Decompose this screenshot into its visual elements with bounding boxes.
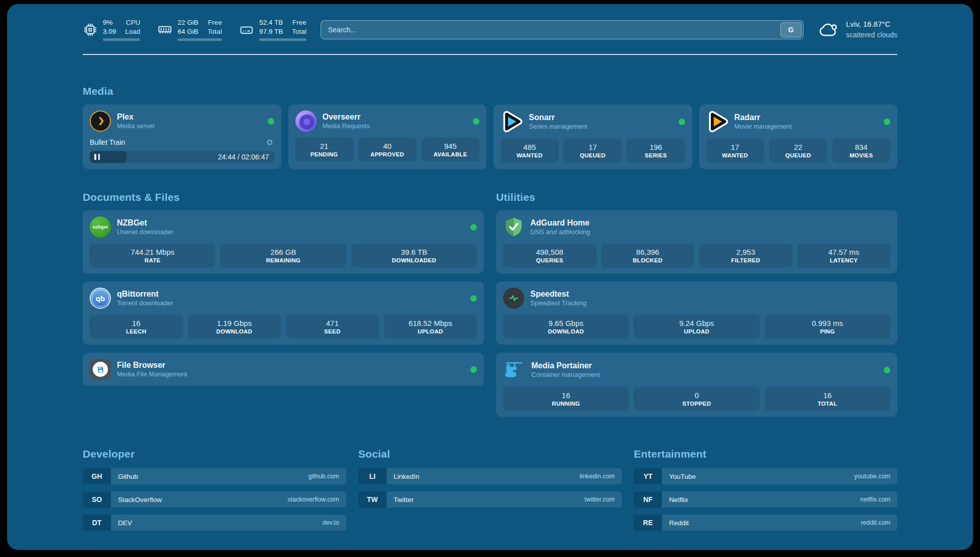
stat-queued: 17 QUEUED [564, 139, 622, 162]
bookmark-github[interactable]: GH Github github.com [83, 468, 346, 484]
portainer-crane-icon [503, 359, 525, 381]
stat-upload: 9.24 Gbps UPLOAD [634, 315, 759, 339]
bookmark-twitter[interactable]: TW Twitter twitter.com [358, 491, 622, 508]
qbittorrent-icon: qb [90, 288, 111, 309]
stat-remaining: 266 GB REMAINING [220, 244, 346, 267]
bookmark-name: DEV [118, 519, 132, 527]
stat-seed: 471 SEED [286, 315, 379, 339]
service-name: Speedtest [530, 289, 586, 299]
stat-series: 196 SERIES [627, 139, 685, 162]
stat-running: 16 RUNNING [503, 387, 629, 411]
cpu-chip-icon [83, 22, 98, 37]
service-name: AdGuard Home [530, 218, 590, 228]
service-subtitle: Series management [529, 123, 587, 131]
cpu-usage-value: 9% [103, 19, 113, 26]
search-input[interactable] [321, 20, 804, 39]
section-title-developer: Developer [83, 448, 346, 460]
cpu-load-label: Load [125, 28, 140, 35]
bookmark-abbr: NF [634, 491, 662, 508]
resource-widgets: 9% 3.09 CPU Load [83, 18, 307, 41]
file-browser-icon [90, 359, 111, 380]
stat-wanted: 17 WANTED [706, 139, 764, 162]
bookmark-abbr: RE [634, 515, 662, 531]
service-subtitle: Torrent downloader [117, 299, 173, 308]
service-card-radarr[interactable]: Radarr Movie management 17 WANTED 22 QUE… [699, 104, 898, 169]
service-card-qbittorrent[interactable]: qb qBittorrent Torrent downloader 16 [83, 282, 484, 345]
status-online-dot [268, 118, 274, 125]
service-name: Radarr [734, 113, 792, 123]
service-subtitle: Media Requests [323, 122, 370, 131]
service-card-overseerr[interactable]: Overseerr Media Requests 21 PENDING 40 A… [288, 104, 487, 169]
service-subtitle: Usenet downloader [117, 228, 173, 237]
adguard-shield-icon [503, 216, 524, 238]
stat-latency: 47.57 ms LATENCY [798, 244, 891, 267]
bookmark-abbr: GH [83, 468, 111, 484]
playback-progress-bar: 24:44 / 02:06:47 [90, 151, 274, 163]
service-card-plex[interactable]: Plex Media server Bullet Train [83, 104, 281, 169]
stat-upload: 618.52 Mbps UPLOAD [384, 315, 477, 339]
stat-downloaded: 39.6 TB DOWNLOADED [351, 244, 477, 267]
disk-widget: 52.4 TB 97.9 TB Free Total [239, 18, 307, 41]
media-grid: Plex Media server Bullet Train [83, 104, 897, 169]
overseerr-icon [295, 110, 317, 132]
service-subtitle: DNS and adblocking [530, 228, 590, 237]
service-subtitle: Container management [531, 371, 600, 379]
service-name: Sonarr [529, 113, 587, 123]
bookmark-abbr: TW [358, 491, 387, 508]
service-name: File Browser [117, 360, 187, 370]
service-name: Plex [117, 112, 155, 122]
section-title-social: Social [358, 448, 622, 460]
playback-time: 24:44 / 02:06:47 [218, 151, 269, 163]
bookmarks-developer: Developer GH Github github.com SO StackO… [83, 448, 346, 538]
bookmark-name: LinkedIn [394, 473, 419, 480]
stat-approved: 40 APPROVED [358, 138, 416, 161]
stat-wanted: 485 WANTED [501, 139, 559, 162]
disk-total-value: 97.9 TB [259, 28, 283, 35]
bookmark-domain: youtube.com [854, 473, 890, 480]
cpu-usage-bar [103, 38, 140, 41]
status-online-dot [473, 118, 479, 125]
bookmark-reddit[interactable]: RE Reddit reddit.com [634, 515, 897, 531]
bookmark-netflix[interactable]: NF Netflix netflix.com [634, 491, 897, 508]
bookmark-name: Netflix [669, 496, 688, 504]
section-title-documents: Documents & Files [83, 191, 484, 203]
service-card-portainer[interactable]: Media Portainer Container management 16 … [496, 353, 897, 417]
bookmarks-entertainment: Entertainment YT YouTube youtube.com NF … [634, 448, 897, 538]
bookmark-stackoverflow[interactable]: SO StackOverflow stackoverflow.com [83, 491, 346, 508]
search-bar: G [321, 20, 804, 39]
service-subtitle: Media File Management [117, 370, 187, 379]
search-provider-button[interactable]: G [780, 22, 802, 37]
bookmark-dev[interactable]: DT DEV dev.to [83, 515, 346, 531]
bookmark-linkedin[interactable]: LI LinkedIn linkedin.com [358, 468, 622, 484]
stat-download: 1.19 Gbps DOWNLOAD [188, 315, 281, 339]
section-title-utilities: Utilities [496, 191, 897, 203]
bookmark-youtube[interactable]: YT YouTube youtube.com [634, 468, 897, 484]
stat-filtered: 2,953 FILTERED [699, 244, 792, 267]
section-title-media: Media [83, 85, 897, 97]
weather-condition: scattered clouds [846, 31, 897, 39]
service-subtitle: Movie management [734, 123, 792, 131]
service-card-filebrowser[interactable]: File Browser Media File Management [83, 353, 484, 386]
bookmark-name: Github [118, 473, 138, 480]
sonarr-icon [501, 110, 523, 133]
status-online-dot [884, 119, 890, 125]
stat-rate: 744.21 Mbps RATE [90, 244, 215, 267]
service-card-speedtest[interactable]: Speedtest Speedtest Tracking 9.65 Gbps D… [496, 282, 897, 345]
section-title-entertainment: Entertainment [634, 448, 897, 460]
bookmark-name: Twitter [394, 496, 414, 504]
nzbget-icon: nzbget [90, 216, 111, 238]
memory-widget: 22 GiB 64 GiB Free Total [157, 18, 222, 41]
disk-usage-bar [259, 38, 307, 41]
memory-total-value: 64 GiB [177, 28, 198, 35]
transcode-gear-icon [265, 138, 274, 147]
weather-widget: Lviv, 16.87°C scattered clouds [818, 19, 897, 41]
service-card-adguard[interactable]: AdGuard Home DNS and adblocking 498,508 … [496, 210, 897, 273]
status-online-dot [470, 224, 477, 231]
service-card-nzbget[interactable]: nzbget NZBGet Usenet downloader 744.21 M… [83, 210, 484, 273]
pause-button[interactable] [94, 154, 100, 160]
bookmark-name: YouTube [669, 473, 696, 480]
bookmark-domain: github.com [309, 473, 339, 480]
service-card-sonarr[interactable]: Sonarr Series management 485 WANTED 17 Q… [494, 104, 692, 169]
speedtest-pulse-icon [503, 288, 524, 309]
memory-usage-bar [177, 38, 222, 41]
